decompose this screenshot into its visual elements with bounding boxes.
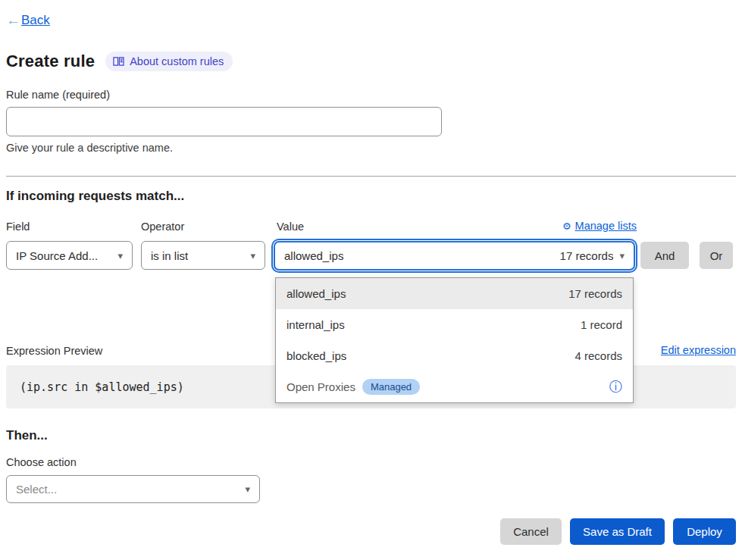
about-link-label: About custom rules	[130, 55, 224, 67]
list-item-meta: 4 records	[575, 349, 622, 362]
manage-lists-label: Manage lists	[575, 220, 637, 232]
list-item-internal-ips[interactable]: internal_ips 1 record	[276, 309, 633, 340]
value-label: Value	[277, 221, 304, 233]
operator-label: Operator	[141, 221, 184, 233]
value-select-name: allowed_ips	[284, 249, 343, 262]
info-icon[interactable]: ⓘ	[609, 380, 622, 393]
manage-lists-link[interactable]: ⚙ Manage lists	[553, 220, 637, 232]
value-select-meta: 17 records	[560, 249, 614, 262]
chevron-down-icon: ▾	[619, 250, 625, 261]
list-item-meta: 1 record	[581, 318, 622, 331]
back-link-label: Back	[21, 13, 50, 28]
page-title: Create rule	[6, 52, 95, 71]
back-arrow-icon: ←	[6, 12, 20, 29]
list-item-allowed-ips[interactable]: allowed_ips 17 records	[276, 278, 633, 309]
save-as-draft-button[interactable]: Save as Draft	[570, 518, 665, 545]
book-icon	[113, 56, 124, 67]
or-button[interactable]: Or	[700, 242, 733, 269]
list-item-blocked-ips[interactable]: blocked_ips 4 records	[276, 340, 633, 371]
choose-action-label: Choose action	[6, 456, 77, 468]
action-select[interactable]: Select... ▾	[6, 475, 260, 503]
create-rule-page: ← Back Create rule About custom rules Ru…	[0, 0, 742, 560]
about-custom-rules-link[interactable]: About custom rules	[105, 52, 233, 71]
operator-select[interactable]: is in list ▾	[141, 241, 265, 270]
then-section-heading: Then...	[6, 428, 48, 443]
list-item-open-proxies[interactable]: Open Proxies Managed ⓘ	[276, 371, 633, 402]
list-item-name: allowed_ips	[286, 287, 346, 300]
field-select-value: IP Source Add...	[16, 249, 98, 262]
edit-expression-link[interactable]: Edit expression	[661, 344, 736, 356]
and-button[interactable]: And	[640, 242, 689, 269]
list-item-meta: 17 records	[568, 287, 622, 300]
gear-icon: ⚙	[562, 221, 571, 232]
rule-name-input[interactable]	[6, 107, 442, 136]
title-row: Create rule About custom rules	[6, 52, 233, 71]
list-item-name: internal_ips	[286, 318, 345, 331]
expression-preview-label: Expression Preview	[6, 345, 102, 357]
list-item-name: blocked_ips	[286, 349, 346, 362]
rule-name-label: Rule name (required)	[6, 89, 110, 101]
operator-select-value: is in list	[151, 249, 188, 262]
field-label: Field	[6, 221, 30, 233]
list-item-name: Open Proxies	[286, 380, 355, 393]
chevron-down-icon: ▾	[245, 483, 250, 495]
field-select[interactable]: IP Source Add... ▾	[6, 241, 133, 270]
expression-code: (ip.src in $allowed_ips)	[20, 380, 184, 394]
action-select-placeholder: Select...	[16, 483, 57, 496]
back-link[interactable]: ← Back	[6, 12, 50, 29]
list-dropdown-menu: allowed_ips 17 records internal_ips 1 re…	[275, 277, 634, 403]
value-select[interactable]: allowed_ips 17 records ▾	[274, 241, 635, 271]
deploy-button[interactable]: Deploy	[673, 518, 736, 545]
match-section-heading: If incoming requests match...	[6, 189, 184, 204]
section-divider	[6, 176, 736, 177]
managed-badge: Managed	[362, 379, 420, 395]
chevron-down-icon: ▾	[250, 250, 255, 261]
chevron-down-icon: ▾	[117, 250, 123, 261]
cancel-button[interactable]: Cancel	[500, 518, 562, 545]
rule-name-help-text: Give your rule a descriptive name.	[6, 142, 173, 154]
